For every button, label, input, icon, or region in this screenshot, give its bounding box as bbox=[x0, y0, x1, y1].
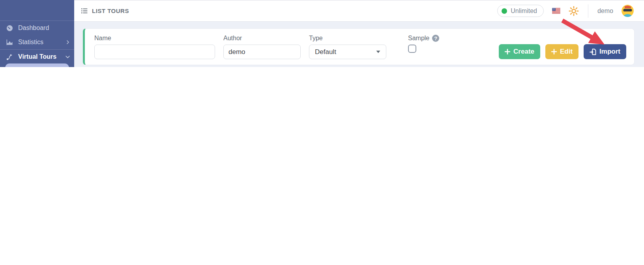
plus-icon bbox=[505, 49, 510, 54]
chart-icon bbox=[6, 38, 13, 46]
sample-field-group: Sample ? bbox=[408, 35, 439, 53]
status-dot-icon bbox=[502, 8, 507, 14]
edit-button-label: Edit bbox=[560, 48, 573, 56]
page-title: LIST TOURS bbox=[92, 7, 129, 14]
plan-badge-label: Unlimited bbox=[511, 7, 537, 15]
author-label: Author bbox=[223, 35, 301, 42]
name-label: Name bbox=[94, 35, 215, 42]
chevron-right-icon bbox=[66, 40, 70, 45]
sidebar-submenu-item[interactable] bbox=[5, 63, 69, 67]
sidebar-item-dashboard[interactable]: Dashboard bbox=[0, 21, 74, 35]
plan-badge[interactable]: Unlimited bbox=[497, 5, 544, 17]
sidebar-item-label: Virtual Tours bbox=[18, 53, 56, 60]
sample-checkbox[interactable] bbox=[408, 45, 416, 53]
us-flag-icon bbox=[552, 8, 560, 14]
sun-icon bbox=[569, 6, 579, 16]
type-select-value: Default bbox=[315, 48, 336, 56]
list-icon bbox=[80, 7, 88, 15]
sidebar-item-virtual-tours[interactable]: Virtual Tours bbox=[0, 50, 74, 64]
file-import-icon bbox=[590, 49, 596, 55]
sidebar-item-statistics[interactable]: Statistics bbox=[0, 35, 74, 49]
sidebar-brand bbox=[0, 0, 74, 21]
gauge-icon bbox=[6, 24, 13, 32]
sidebar-item-label: Dashboard bbox=[18, 24, 49, 32]
sidebar-item-label: Statistics bbox=[18, 39, 43, 46]
name-field-group: Name bbox=[94, 35, 215, 59]
create-button-label: Create bbox=[513, 48, 534, 56]
route-icon bbox=[6, 53, 13, 61]
theme-toggle-button[interactable] bbox=[569, 6, 579, 16]
author-field-group: Author bbox=[223, 35, 301, 59]
sidebar: Dashboard Statistics bbox=[0, 0, 74, 67]
action-buttons: Create Edit Import bbox=[499, 44, 626, 59]
import-button-label: Import bbox=[599, 48, 620, 56]
type-field-group: Type Default bbox=[309, 35, 386, 59]
sample-label: Sample bbox=[408, 35, 429, 42]
username: demo bbox=[597, 7, 613, 15]
create-button[interactable]: Create bbox=[499, 44, 540, 59]
chevron-down-icon bbox=[65, 54, 70, 60]
help-icon[interactable]: ? bbox=[432, 35, 439, 42]
edit-button[interactable]: Edit bbox=[545, 44, 578, 59]
title-group: LIST TOURS bbox=[80, 7, 129, 15]
caret-down-icon bbox=[376, 50, 380, 53]
plus-icon bbox=[551, 49, 557, 54]
page: Dashboard Statistics bbox=[0, 0, 644, 265]
topbar: LIST TOURS Unlimited bbox=[74, 0, 644, 22]
author-input[interactable] bbox=[223, 45, 301, 59]
avatar[interactable] bbox=[622, 5, 634, 17]
filter-card: Name Author Type Default Sample bbox=[83, 28, 635, 65]
topbar-right: Unlimited bbox=[497, 4, 634, 18]
topbar-divider bbox=[588, 4, 588, 18]
language-flag-button[interactable] bbox=[552, 8, 560, 14]
type-label: Type bbox=[309, 35, 386, 42]
main-content: Name Author Type Default Sample bbox=[74, 22, 644, 67]
import-button[interactable]: Import bbox=[584, 44, 626, 59]
type-select[interactable]: Default bbox=[309, 45, 386, 59]
name-input[interactable] bbox=[94, 45, 215, 59]
